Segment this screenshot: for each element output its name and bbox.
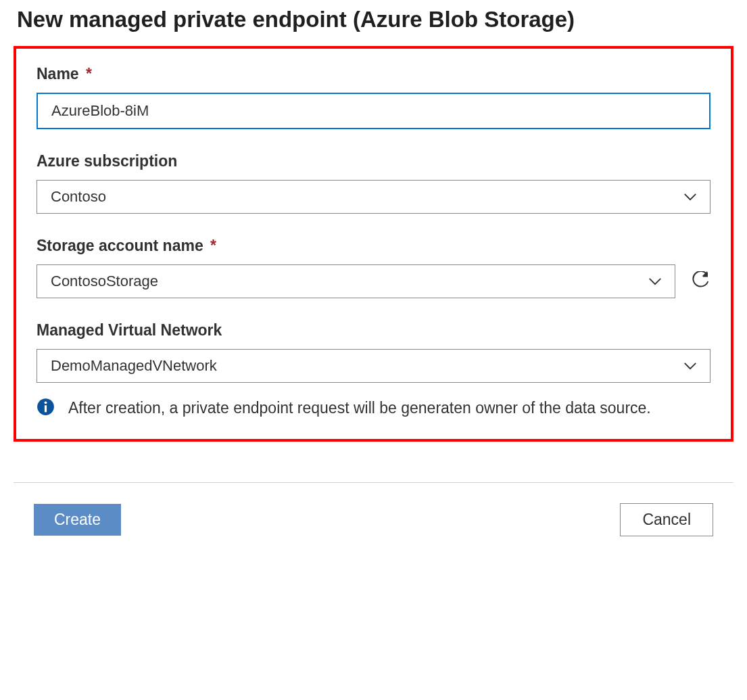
name-label: Name * [37, 65, 710, 83]
storage-account-value: ContosoStorage [51, 273, 158, 290]
subscription-value: Contoso [51, 188, 106, 206]
storage-account-field-group: Storage account name * ContosoStorage [37, 237, 710, 298]
subscription-dropdown[interactable]: Contoso [37, 180, 710, 214]
divider [14, 482, 733, 483]
subscription-field-group: Azure subscription Contoso [37, 152, 710, 214]
refresh-button[interactable] [690, 271, 710, 291]
refresh-icon [690, 271, 710, 291]
storage-account-label: Storage account name * [37, 237, 710, 255]
button-row: Create Cancel [14, 503, 733, 536]
subscription-label: Azure subscription [37, 152, 710, 170]
storage-account-label-text: Storage account name [37, 237, 203, 254]
managed-vnet-dropdown[interactable]: DemoManagedVNetwork [37, 349, 710, 383]
chevron-down-icon [648, 274, 662, 289]
required-marker: * [210, 237, 216, 254]
cancel-button[interactable]: Cancel [620, 503, 713, 536]
managed-vnet-field-group: Managed Virtual Network DemoManagedVNetw… [37, 321, 710, 383]
required-marker: * [86, 65, 92, 83]
form-panel: Name * Azure subscription Contoso Storag… [14, 46, 733, 442]
info-message-row: After creation, a private endpoint reque… [37, 396, 710, 420]
managed-vnet-label: Managed Virtual Network [37, 321, 710, 340]
name-label-text: Name [37, 65, 79, 83]
create-button[interactable]: Create [34, 504, 121, 536]
chevron-down-icon [683, 189, 698, 204]
storage-account-dropdown[interactable]: ContosoStorage [37, 264, 675, 298]
name-field-group: Name * [37, 65, 710, 129]
managed-vnet-value: DemoManagedVNetwork [51, 357, 217, 375]
svg-point-2 [45, 401, 47, 404]
chevron-down-icon [683, 358, 698, 373]
info-message-text: After creation, a private endpoint reque… [68, 396, 651, 420]
name-input[interactable] [37, 93, 710, 129]
page-title: New managed private endpoint (Azure Blob… [14, 7, 733, 32]
info-icon [37, 398, 55, 416]
svg-rect-1 [45, 405, 47, 412]
